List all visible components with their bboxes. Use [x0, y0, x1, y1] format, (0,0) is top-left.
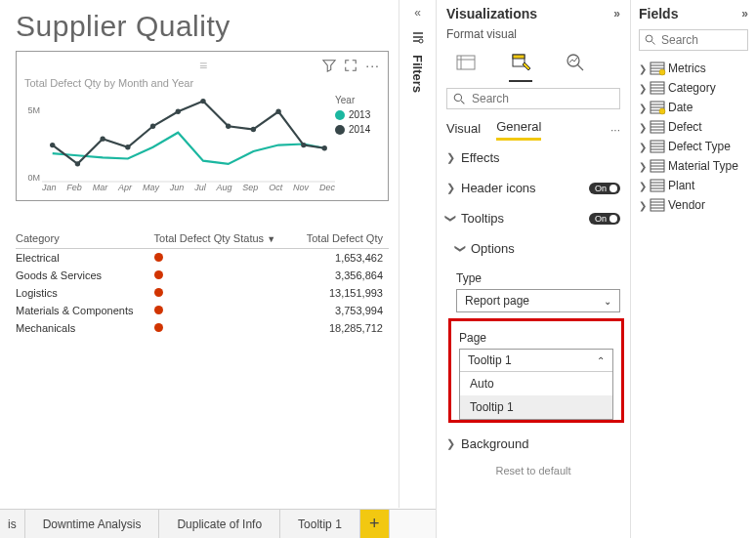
svg-point-5 [150, 124, 155, 129]
svg-line-20 [577, 64, 583, 70]
col-status[interactable]: Total Defect Qty Status ▼ [154, 230, 297, 249]
chevron-down-icon: ⌄ [604, 296, 611, 307]
format-visual-icon[interactable] [507, 49, 534, 76]
sort-desc-icon: ▼ [267, 234, 275, 244]
page-title: Supplier Quality [16, 10, 389, 43]
collapse-pane-icon[interactable]: » [741, 7, 748, 21]
legend-item[interactable]: 2014 [335, 124, 384, 135]
page-label: Page [459, 331, 613, 345]
pane-title: Visualizations [446, 6, 537, 21]
svg-point-11 [301, 143, 306, 147]
tab-general[interactable]: General [496, 119, 541, 141]
field-table-defect-type[interactable]: ❯Defect Type [631, 137, 756, 156]
fields-search-input[interactable] [639, 29, 748, 51]
filter-icon[interactable] [322, 59, 336, 72]
page-option-auto[interactable]: Auto [460, 372, 612, 395]
type-select[interactable]: Report page⌄ [456, 289, 620, 312]
page-tab[interactable]: Downtime Analysis [25, 510, 160, 538]
chevron-right-icon: ❯ [446, 437, 455, 450]
section-background[interactable]: ❯Background [437, 429, 630, 459]
svg-rect-14 [457, 56, 475, 69]
focus-mode-icon[interactable] [344, 59, 357, 72]
line-chart-visual[interactable]: ≡ ··· Total Defect Qty by Month and Year… [16, 51, 389, 201]
visual-header: ≡ ··· [21, 56, 384, 75]
collapse-pane-icon[interactable]: » [613, 7, 620, 21]
pane-title: Fields [639, 6, 678, 21]
field-table-category[interactable]: ❯Category [631, 78, 756, 98]
svg-point-2 [75, 161, 80, 166]
page-tab[interactable]: Duplicate of Info [159, 510, 280, 538]
more-options-icon[interactable]: ··· [365, 58, 380, 73]
field-table-date[interactable]: ❯Date [631, 98, 756, 117]
table-row[interactable]: Mechanicals18,285,712 [16, 319, 389, 337]
analytics-icon[interactable] [562, 49, 589, 76]
svg-point-6 [176, 109, 181, 114]
svg-point-23 [646, 35, 652, 42]
table-icon [651, 199, 664, 211]
svg-rect-18 [513, 55, 525, 59]
col-category[interactable]: Category [16, 230, 154, 249]
field-table-metrics[interactable]: ❯Metrics [631, 59, 756, 78]
status-dot-icon [154, 288, 163, 297]
more-options-icon[interactable]: ··· [610, 123, 620, 137]
chevron-right-icon: ❯ [639, 103, 647, 113]
category-table[interactable]: Category Total Defect Qty Status ▼ Total… [16, 230, 389, 337]
table-icon [651, 62, 664, 74]
status-dot-icon [154, 306, 163, 314]
chevron-right-icon: ❯ [639, 83, 647, 94]
drag-handle-icon[interactable]: ≡ [199, 58, 205, 73]
chevron-right-icon: ❯ [639, 122, 647, 133]
tab-visual[interactable]: Visual [446, 121, 481, 140]
page-tab[interactable]: is [0, 510, 25, 538]
svg-point-10 [275, 109, 280, 114]
section-header-icons[interactable]: ❯Header iconsOn [437, 173, 630, 203]
page-dropdown-highlight: Page Tooltip 1⌃ Auto Tooltip 1 [448, 318, 624, 423]
search-icon [645, 34, 656, 46]
legend-item[interactable]: 2013 [335, 109, 384, 120]
visualizations-pane: Visualizations » Format visual Visual Ge… [436, 0, 631, 538]
chart-plot-area[interactable] [42, 93, 335, 186]
add-page-button[interactable]: + [360, 510, 390, 538]
reset-to-default-link[interactable]: Reset to default [437, 459, 630, 478]
page-tabs: is Downtime Analysis Duplicate of Info T… [0, 509, 436, 538]
chart-title: Total Defect Qty by Month and Year [21, 75, 384, 93]
status-dot-icon [154, 253, 163, 262]
chevron-down-icon: ❯ [444, 214, 457, 223]
y-axis: 5M 0M [21, 93, 42, 183]
table-row[interactable]: Electrical1,653,462 [16, 249, 389, 268]
status-dot-icon [154, 323, 163, 332]
search-icon [453, 93, 466, 105]
build-visual-icon[interactable] [452, 49, 480, 76]
field-table-plant[interactable]: ❯Plant [631, 176, 756, 195]
field-table-defect[interactable]: ❯Defect [631, 117, 756, 137]
section-tooltips[interactable]: ❯TooltipsOn [437, 203, 630, 233]
section-effects[interactable]: ❯Effects [437, 143, 630, 173]
report-canvas: Supplier Quality ≡ ··· Total Defect Qty … [0, 0, 399, 508]
svg-point-9 [251, 127, 256, 132]
table-icon [651, 160, 664, 172]
svg-line-24 [652, 42, 655, 45]
status-dot-icon [154, 270, 163, 279]
pane-subtitle: Format visual [437, 27, 630, 47]
table-row[interactable]: Logistics13,151,993 [16, 284, 389, 302]
toggle-on[interactable]: On [589, 183, 620, 194]
chart-legend: Year 2013 2014 [335, 93, 384, 200]
page-select[interactable]: Tooltip 1⌃ Auto Tooltip 1 [459, 349, 613, 420]
toggle-on[interactable]: On [589, 213, 620, 225]
page-option-tooltip1[interactable]: Tooltip 1 [460, 395, 612, 419]
table-row[interactable]: Materials & Components3,753,994 [16, 302, 389, 319]
svg-point-3 [100, 136, 105, 141]
expand-left-icon[interactable]: « [414, 6, 421, 20]
field-table-material-type[interactable]: ❯Material Type [631, 156, 756, 176]
fields-pane: Fields » ❯Metrics ❯Category ❯Date ❯Defec… [631, 0, 756, 538]
svg-point-38 [659, 108, 665, 114]
format-search-input[interactable] [446, 88, 620, 109]
col-qty[interactable]: Total Defect Qty [297, 230, 389, 249]
field-table-vendor[interactable]: ❯Vendor [631, 195, 756, 215]
page-tab[interactable]: Tooltip 1 [280, 510, 360, 538]
filters-pane-collapsed[interactable]: « Filters [399, 0, 436, 508]
table-row[interactable]: Goods & Services3,356,864 [16, 267, 389, 284]
chevron-right-icon: ❯ [446, 182, 455, 194]
section-options[interactable]: ❯Options [437, 233, 630, 264]
table-icon [651, 82, 664, 94]
